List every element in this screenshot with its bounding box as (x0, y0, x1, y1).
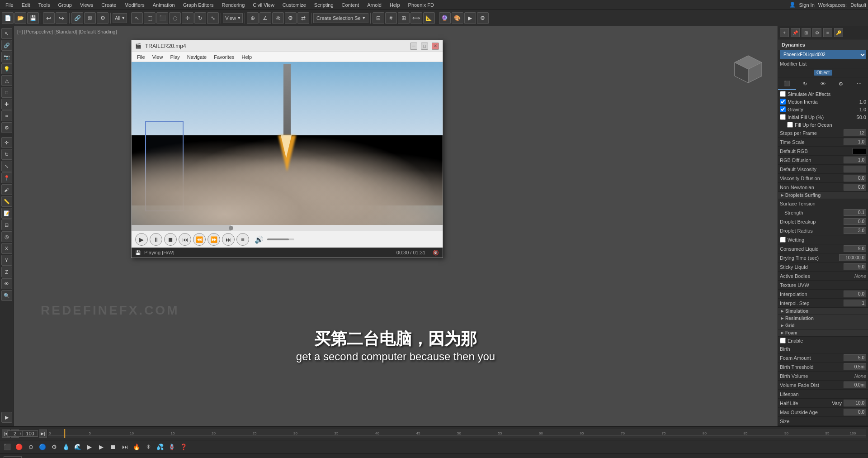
volume-fade-input[interactable] (844, 382, 866, 388)
open-btn[interactable]: 📂 (14, 12, 26, 24)
scale-btn[interactable]: ⤡ (207, 12, 219, 24)
menu-create[interactable]: Create (98, 1, 120, 9)
menu-arnold[interactable]: Arnold (363, 1, 385, 9)
drying-time-input[interactable] (839, 254, 866, 261)
sticky-liquid-input[interactable] (844, 263, 866, 270)
measure-btn[interactable]: 📐 (423, 12, 435, 24)
geometry-tool[interactable]: △ (1, 75, 12, 86)
selection-type-dropdown[interactable]: All ▾ (113, 13, 127, 23)
view-align-tool[interactable]: 👁 (1, 278, 12, 289)
restrict-x-tool[interactable]: X (1, 243, 12, 254)
new-btn[interactable]: 📄 (2, 12, 14, 24)
bottom-icon-2[interactable]: 🔴 (14, 442, 24, 453)
redo-btn[interactable]: ↪ (56, 12, 67, 24)
systems-tool[interactable]: ⚙ (1, 122, 12, 133)
play-btn[interactable]: ▶ (135, 233, 148, 246)
render-btn[interactable]: ▶ (464, 12, 476, 24)
menu-group[interactable]: Group (54, 1, 75, 9)
bottom-icon-1[interactable]: ⬛ (2, 442, 13, 453)
menu-customize[interactable]: Customize (279, 1, 310, 9)
shapes-tool[interactable]: □ (1, 87, 12, 98)
mirror-btn[interactable]: ⇄ (297, 12, 309, 24)
menu-tools[interactable]: Tools (35, 1, 54, 9)
camera-tool[interactable]: 📷 (1, 52, 12, 62)
video-menu-help[interactable]: Help (238, 53, 255, 61)
pin-btn[interactable]: 📌 (791, 28, 800, 37)
menu-rendering[interactable]: Rendering (218, 1, 249, 9)
grid-view-btn[interactable]: ⊞ (802, 28, 811, 37)
grid-btn[interactable]: # (385, 12, 397, 24)
menu-help[interactable]: Help (386, 1, 404, 9)
object-btn[interactable]: Object (814, 70, 832, 76)
unlink-btn[interactable]: ⛓ (84, 12, 96, 24)
bottom-icon-7[interactable]: 🌊 (72, 442, 83, 453)
rgb-diffusion-input[interactable] (844, 157, 866, 163)
next-btn[interactable]: ⏭ (222, 233, 235, 246)
stop-btn-bottom[interactable]: ⏹ (108, 442, 118, 453)
strength-input[interactable] (844, 209, 866, 216)
move-tool[interactable]: ✛ (1, 137, 12, 148)
note-tool[interactable]: 📝 (1, 208, 12, 219)
options-btn[interactable]: ≡ (823, 28, 832, 37)
render-settings-btn[interactable]: ⚙ (477, 12, 489, 24)
default-rgb-swatch[interactable] (853, 148, 866, 154)
gravity-checkbox[interactable] (780, 106, 786, 112)
bind-btn[interactable]: ⚙ (97, 12, 108, 24)
add-btn[interactable]: + (780, 28, 789, 37)
video-menu-view[interactable]: View (149, 53, 167, 61)
menu-phoenix-fd[interactable]: Phoenix FD (405, 1, 438, 9)
video-menu-favorites[interactable]: Favorites (210, 53, 238, 61)
create-selection-btn[interactable]: Create Selection Se ▾ (313, 13, 368, 23)
mirror2-btn[interactable]: ⟺ (410, 12, 422, 24)
video-menu-file[interactable]: File (133, 53, 149, 61)
birth-threshold-input[interactable] (844, 363, 866, 370)
tl-total-frames[interactable] (22, 430, 38, 437)
viscosity-diffusion-input[interactable] (844, 175, 866, 181)
filter-btn[interactable]: ⚙ (812, 28, 821, 37)
help-icon-bottom[interactable]: ❓ (178, 442, 189, 453)
spacewarp-tool[interactable]: ≈ (1, 110, 12, 121)
bottom-icon-3[interactable]: ⊙ (25, 442, 36, 453)
zoom-tool[interactable]: 🔍 (1, 290, 12, 301)
prev-frame-btn[interactable]: ⏮ (179, 233, 191, 246)
simulate-air-checkbox[interactable] (780, 91, 786, 97)
sign-in-btn[interactable]: Sign In (799, 2, 815, 8)
tab-display[interactable]: 👁 (814, 77, 832, 90)
percent-snap-btn[interactable]: % (272, 12, 284, 24)
menu-graph-editors[interactable]: Graph Editors (179, 1, 217, 9)
fill-ocean-checkbox[interactable] (787, 122, 793, 128)
end-btn-bottom[interactable]: ⏭ (119, 442, 130, 453)
phoenix-object-select[interactable]: PhoenixFDLiquid002 (780, 50, 866, 59)
half-life-input[interactable] (844, 400, 866, 406)
grid-section[interactable]: Grid (778, 322, 868, 329)
menu-civil-view[interactable]: Civil View (249, 1, 278, 9)
droplet-breakup-input[interactable] (844, 218, 866, 225)
select-tool[interactable]: ↖ (1, 28, 12, 39)
resimulation-section[interactable]: Resimulation (778, 315, 868, 322)
rotate-btn[interactable]: ↻ (194, 12, 206, 24)
foam-enable-checkbox[interactable] (780, 338, 786, 344)
paint-tool[interactable]: 🖌 (1, 184, 12, 195)
wetting-checkbox[interactable] (780, 237, 786, 243)
scale-tool[interactable]: ⤡ (1, 161, 12, 172)
tab-extra[interactable]: ⋯ (850, 77, 868, 90)
tab-motion[interactable]: ↻ (796, 77, 814, 90)
progress-bar[interactable] (132, 225, 443, 231)
key-btn[interactable]: 🔑 (834, 28, 843, 37)
foam-amount-input[interactable] (844, 354, 866, 361)
material-editor-btn[interactable]: 🎨 (452, 12, 463, 24)
simulation-section[interactable]: Simulation (778, 308, 868, 315)
video-menu-navigate[interactable]: Navigate (184, 53, 210, 61)
material-btn[interactable]: 🔮 (439, 12, 451, 24)
menu-scripting[interactable]: Scripting (311, 1, 337, 9)
minimize-btn[interactable]: ─ (410, 43, 417, 50)
non-newtonian-input[interactable] (844, 184, 866, 191)
workspace-value[interactable]: Default (850, 2, 866, 8)
helpers-tool[interactable]: ✚ (1, 99, 12, 110)
select-region-btn[interactable]: ⬚ (144, 12, 156, 24)
color-picker-mini[interactable] (4, 456, 22, 458)
interpol-step-input[interactable] (844, 300, 866, 306)
menu-modifiers[interactable]: Modifiers (121, 1, 148, 9)
steps-per-frame-input[interactable] (844, 129, 866, 136)
fluid-icon[interactable]: 💦 (155, 442, 165, 453)
